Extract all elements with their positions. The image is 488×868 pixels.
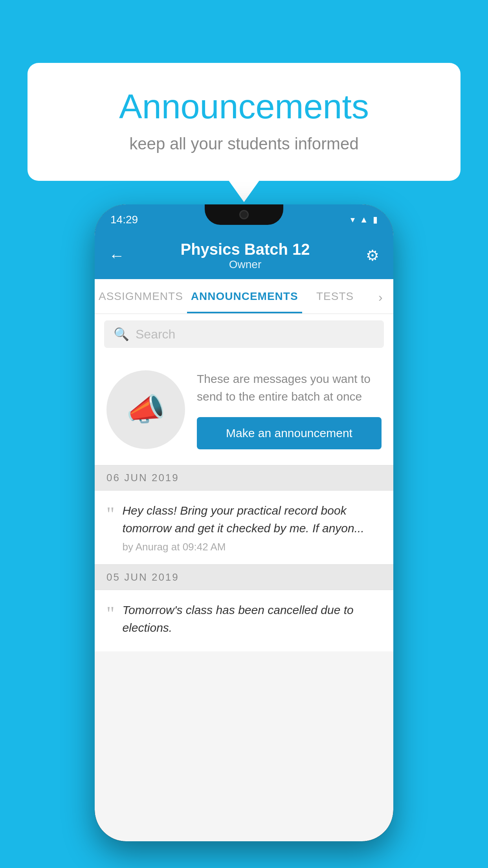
announcement-text-2: Tomorrow's class has been cancelled due … <box>122 601 382 636</box>
tab-announcements[interactable]: ANNOUNCEMENTS <box>187 279 302 313</box>
announcement-content-1: Hey class! Bring your practical record b… <box>122 502 382 553</box>
battery-icon: ▮ <box>373 215 378 225</box>
phone-frame: 14:29 ▾ ▲ ▮ ← Physics Batch 12 Owner ⚙ <box>95 204 393 841</box>
announcement-prompt: 📣 These are messages you want to send to… <box>95 354 393 465</box>
speech-bubble-section: Announcements keep all your students inf… <box>28 63 460 181</box>
header-center: Physics Batch 12 Owner <box>180 241 310 271</box>
date-divider-1: 06 JUN 2019 <box>95 465 393 491</box>
tab-tests[interactable]: TESTS <box>302 279 368 313</box>
header-subtitle: Owner <box>180 258 310 271</box>
phone-notch <box>205 204 283 225</box>
bubble-title: Announcements <box>59 86 429 127</box>
announcement-item-1[interactable]: " Hey class! Bring your practical record… <box>95 491 393 565</box>
make-announcement-button[interactable]: Make an announcement <box>197 417 382 449</box>
announcement-meta-1: by Anurag at 09:42 AM <box>122 541 382 553</box>
header-title: Physics Batch 12 <box>180 241 310 258</box>
prompt-description: These are messages you want to send to t… <box>197 370 382 405</box>
speech-bubble: Announcements keep all your students inf… <box>28 63 460 181</box>
date-divider-2: 05 JUN 2019 <box>95 565 393 590</box>
phone-screen: 14:29 ▾ ▲ ▮ ← Physics Batch 12 Owner ⚙ <box>95 204 393 841</box>
quote-icon-1: " <box>106 504 114 524</box>
search-icon: 🔍 <box>114 327 129 342</box>
gear-icon[interactable]: ⚙ <box>366 247 379 264</box>
tab-more[interactable]: › <box>368 279 393 313</box>
tab-assignments[interactable]: ASSIGNMENTS <box>95 279 187 313</box>
status-time: 14:29 <box>110 213 138 226</box>
search-input[interactable]: Search <box>136 327 175 342</box>
phone-wrapper: 14:29 ▾ ▲ ▮ ← Physics Batch 12 Owner ⚙ <box>95 204 393 841</box>
wifi-icon: ▾ <box>350 215 355 225</box>
signal-icon: ▲ <box>360 215 368 225</box>
app-header: ← Physics Batch 12 Owner ⚙ <box>95 232 393 279</box>
quote-icon-2: " <box>106 603 114 623</box>
announcement-content-2: Tomorrow's class has been cancelled due … <box>122 601 382 640</box>
announcement-item-2[interactable]: " Tomorrow's class has been cancelled du… <box>95 590 393 651</box>
search-bar[interactable]: 🔍 Search <box>104 320 384 348</box>
megaphone-circle: 📣 <box>106 370 185 449</box>
bubble-subtitle: keep all your students informed <box>59 134 429 153</box>
phone-camera <box>239 210 249 219</box>
prompt-right: These are messages you want to send to t… <box>197 370 382 449</box>
megaphone-icon: 📣 <box>126 391 165 428</box>
back-button[interactable]: ← <box>109 247 125 265</box>
tabs-bar: ASSIGNMENTS ANNOUNCEMENTS TESTS › <box>95 279 393 314</box>
status-icons: ▾ ▲ ▮ <box>350 215 378 225</box>
announcement-text-1: Hey class! Bring your practical record b… <box>122 502 382 537</box>
search-container: 🔍 Search <box>95 314 393 354</box>
